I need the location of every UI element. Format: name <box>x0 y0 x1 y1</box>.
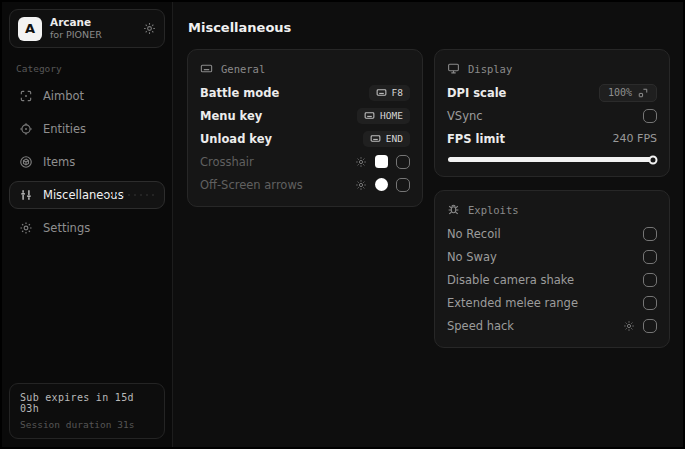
setting-row-menu-key: Menu key HOME <box>200 104 410 127</box>
sidebar-item-settings[interactable]: Settings <box>9 214 165 242</box>
display-card-header: Display <box>447 58 657 81</box>
app-logo: A <box>18 17 42 41</box>
fps-limit-slider[interactable] <box>448 157 656 162</box>
setting-row-speed-hack: Speed hack <box>447 314 657 337</box>
keyboard-icon <box>376 87 387 98</box>
setting-label: Off-Screen arrows <box>200 178 303 192</box>
keybind-value: END <box>386 133 403 144</box>
session-duration-text: Session duration 31s <box>20 419 154 430</box>
keyboard-icon <box>364 110 375 121</box>
app-window: A Arcane for PIONER Category Aimbot <box>0 0 685 449</box>
sidebar-item-miscellaneous[interactable]: Miscellaneous <box>9 181 165 209</box>
setting-row-disable-camera-shake: Disable camera shake <box>447 268 657 291</box>
setting-row-dpi-scale: DPI scale 100% <box>447 81 657 104</box>
sidebar-item-label: Entities <box>43 122 86 136</box>
page-title: Miscellaneous <box>188 20 670 35</box>
disable-camera-shake-checkbox[interactable] <box>643 273 657 287</box>
offscreen-arrows-settings-gear-icon[interactable] <box>355 179 367 191</box>
subscription-status-card: Sub expires in 15d 03h Session duration … <box>9 383 165 439</box>
scan-icon <box>19 89 33 103</box>
fps-limit-value: 240 FPS <box>613 132 657 145</box>
account-gear-icon[interactable] <box>143 22 156 35</box>
keybind-value: F8 <box>392 87 403 98</box>
sidebar: A Arcane for PIONER Category Aimbot <box>2 2 173 447</box>
no-recoil-checkbox[interactable] <box>643 227 657 241</box>
gear-icon <box>19 221 33 235</box>
setting-label: Unload key <box>200 132 272 146</box>
setting-row-unload-key: Unload key END <box>200 127 410 150</box>
crosshair-settings-gear-icon[interactable] <box>355 156 367 168</box>
exploits-card-title: Exploits <box>468 204 519 216</box>
setting-row-no-sway: No Sway <box>447 245 657 268</box>
setting-row-offscreen-arrows: Off-Screen arrows <box>200 173 410 196</box>
keyboard-icon <box>370 133 381 144</box>
category-label: Category <box>16 63 158 74</box>
setting-label: Disable camera shake <box>447 273 574 287</box>
display-card-title: Display <box>468 63 512 75</box>
radar-icon <box>19 122 33 136</box>
setting-label: Speed hack <box>447 319 514 333</box>
extended-melee-range-checkbox[interactable] <box>643 296 657 310</box>
sidebar-item-label: Settings <box>43 221 90 235</box>
offscreen-arrows-checkbox[interactable] <box>396 178 410 192</box>
setting-label: FPS limit <box>447 132 505 146</box>
setting-row-crosshair: Crosshair <box>200 150 410 173</box>
keybind-button-unload-key[interactable]: END <box>363 131 410 147</box>
speed-hack-settings-gear-icon[interactable] <box>623 320 635 332</box>
setting-row-fps-limit: FPS limit 240 FPS <box>447 127 657 150</box>
keybind-button-battle-mode[interactable]: F8 <box>369 85 410 101</box>
setting-row-no-recoil: No Recoil <box>447 222 657 245</box>
sub-expiry-text: Sub expires in 15d 03h <box>20 392 154 414</box>
slider-fill <box>448 157 656 162</box>
bug-icon <box>447 203 460 216</box>
main-panel: Miscellaneous General Battle mode <box>173 2 684 447</box>
sidebar-item-aimbot[interactable]: Aimbot <box>9 82 165 110</box>
crosshair-checkbox[interactable] <box>396 155 410 169</box>
slider-knob[interactable] <box>649 155 658 164</box>
setting-row-battle-mode: Battle mode F8 <box>200 81 410 104</box>
offscreen-arrows-color-swatch[interactable] <box>375 178 388 191</box>
no-sway-checkbox[interactable] <box>643 250 657 264</box>
setting-label: DPI scale <box>447 86 506 100</box>
sliders-icon <box>19 188 33 202</box>
keybind-value: HOME <box>380 110 403 121</box>
setting-row-vsync: VSync <box>447 104 657 127</box>
general-card-header: General <box>200 58 410 81</box>
setting-label: Extended melee range <box>447 296 578 310</box>
setting-label: No Recoil <box>447 227 501 241</box>
account-card[interactable]: A Arcane for PIONER <box>9 9 165 48</box>
general-card: General Battle mode F8 Menu key H <box>187 49 423 207</box>
vsync-checkbox[interactable] <box>643 109 657 123</box>
setting-label: Menu key <box>200 109 262 123</box>
speed-hack-checkbox[interactable] <box>643 319 657 333</box>
general-card-title: General <box>221 63 265 75</box>
scale-icon <box>638 88 648 98</box>
package-icon <box>19 155 33 169</box>
crosshair-color-swatch[interactable] <box>375 155 388 168</box>
sidebar-item-label: Aimbot <box>43 89 84 103</box>
account-text: Arcane for PIONER <box>50 16 135 41</box>
dpi-scale-select[interactable]: 100% <box>599 84 657 102</box>
sidebar-nav: Aimbot Entities Items Miscellaneous <box>9 82 165 242</box>
monitor-icon <box>447 62 460 75</box>
setting-label: No Sway <box>447 250 497 264</box>
dpi-scale-value: 100% <box>608 87 632 98</box>
setting-row-extended-melee-range: Extended melee range <box>447 291 657 314</box>
setting-label: Battle mode <box>200 86 279 100</box>
sidebar-item-entities[interactable]: Entities <box>9 115 165 143</box>
app-name: Arcane <box>50 16 135 29</box>
display-card: Display DPI scale 100% VSync <box>434 49 670 177</box>
keyboard-icon <box>200 62 213 75</box>
keybind-button-menu-key[interactable]: HOME <box>357 108 410 124</box>
setting-label: VSync <box>447 109 483 123</box>
sidebar-item-items[interactable]: Items <box>9 148 165 176</box>
sidebar-item-label: Miscellaneous <box>43 188 124 202</box>
exploits-card: Exploits No Recoil No Sway Disable camer… <box>434 190 670 348</box>
exploits-card-header: Exploits <box>447 199 657 222</box>
setting-label: Crosshair <box>200 155 254 169</box>
app-subtitle: for PIONER <box>50 29 135 41</box>
sidebar-item-label: Items <box>43 155 75 169</box>
